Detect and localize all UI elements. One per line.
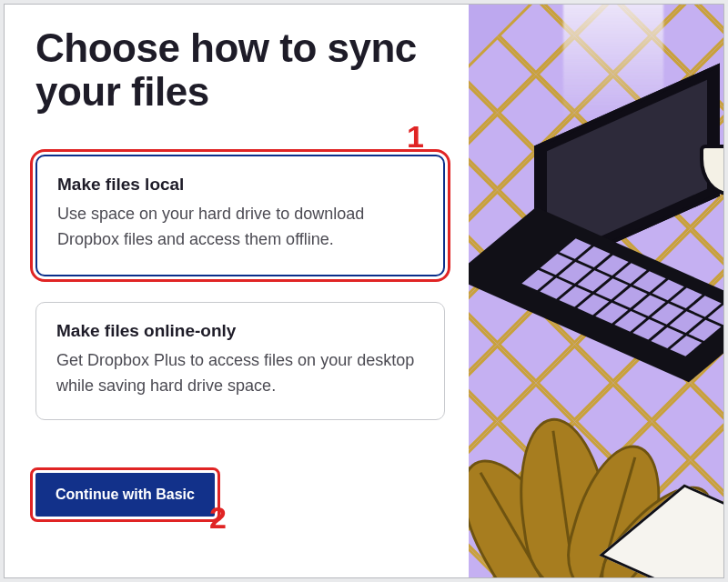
- option-make-files-local[interactable]: Make files local Use space on your hard …: [35, 155, 445, 276]
- annotation-step-1: 1: [407, 119, 424, 155]
- illustration-panel: [469, 5, 723, 577]
- option-title: Make files local: [57, 175, 423, 195]
- annotation-step-2: 2: [209, 500, 227, 536]
- onboarding-dialog: Choose how to sync your files Make files…: [4, 4, 724, 578]
- option-description: Get Dropbox Plus to access files on your…: [56, 348, 424, 399]
- laptop-illustration: [501, 114, 723, 341]
- left-pane: Choose how to sync your files Make files…: [5, 5, 469, 577]
- option-title: Make files online-only: [56, 321, 424, 341]
- page-title: Choose how to sync your files: [35, 26, 445, 113]
- option-description: Use space on your hard drive to download…: [57, 202, 423, 253]
- option-make-files-online-only[interactable]: Make files online-only Get Dropbox Plus …: [35, 302, 445, 420]
- continue-with-basic-button[interactable]: Continue with Basic: [35, 473, 215, 517]
